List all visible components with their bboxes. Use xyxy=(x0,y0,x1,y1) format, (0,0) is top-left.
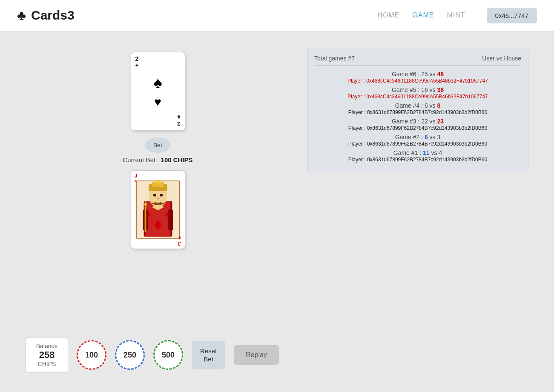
chip-100-button[interactable]: 100 xyxy=(77,340,106,370)
main-content: 2 ♠ ♠ ♥ 2 ♠ Bet Current Bet : 100 CHIPS xyxy=(0,31,554,329)
player-addr-3: Player : 0x8631d67899F62B2784B7c92d14390… xyxy=(314,125,521,131)
balance-label: Balance xyxy=(34,343,59,349)
player-addr-1: Player : 0x8631d67899F62B2784B7c92d14390… xyxy=(314,157,521,163)
app-title: Cards3 xyxy=(31,8,75,23)
svg-point-10 xyxy=(159,194,163,197)
logo-area: ♣ Cards3 xyxy=(17,8,377,23)
main-nav: HOME GAME MINT 0x46...7747 xyxy=(377,8,537,23)
nav-game[interactable]: GAME xyxy=(412,11,434,19)
jack-bottom-rank: J ♦ xyxy=(178,235,181,246)
game-score-5: Game #5 : 16 vs 38 xyxy=(314,86,521,93)
current-bet-display: Current Bet : 100 CHIPS xyxy=(123,156,192,163)
history-vs-label: User vs House xyxy=(482,55,521,62)
card-center-symbol: ♠ ♥ xyxy=(153,74,162,109)
player-addr-5: Player : 0x468cC4c34601188Ce99dA55B46b32… xyxy=(314,94,521,100)
game-score-3: Game #3 : 22 vs 23 xyxy=(314,118,521,125)
wallet-button[interactable]: 0x46...7747 xyxy=(487,8,537,23)
svg-point-11 xyxy=(157,198,159,200)
history-entry-2: Game #2 : 8 vs 3 Player : 0x8631d67899F6… xyxy=(314,134,521,147)
history-panel: Total games #7 User vs House Game #6 : 2… xyxy=(307,48,528,172)
svg-rect-17 xyxy=(144,203,146,232)
footer: Powered By : NFT STORAGE xyxy=(0,390,554,392)
card-bottom-rank: 2 ♠ xyxy=(177,114,181,127)
history-entry-3: Game #3 : 22 vs 23 Player : 0x8631d67899… xyxy=(314,118,521,131)
svg-rect-16 xyxy=(168,209,173,230)
game-area: 2 ♠ ♠ ♥ 2 ♠ Bet Current Bet : 100 CHIPS xyxy=(26,43,290,316)
history-total-games: Total games #7 xyxy=(314,55,355,62)
history-header: Total games #7 User vs House xyxy=(314,55,521,66)
svg-rect-8 xyxy=(155,180,161,183)
reset-bet-button[interactable]: Reset Bet xyxy=(192,341,225,369)
card-top-rank: 2 ♠ xyxy=(135,56,139,69)
history-entry-6: Game #6 : 25 vs 48 Player : 0x468cC4c346… xyxy=(314,71,521,84)
replay-button[interactable]: Replay xyxy=(234,345,279,365)
player-addr-6: Player : 0x468cC4c34601188Ce99dA55B46b32… xyxy=(314,78,521,84)
chip-250-button[interactable]: 250 xyxy=(115,340,145,370)
player-addr-4: Player : 0x8631d67899F62B2784B7c92d14390… xyxy=(314,109,521,115)
balance-amount: 258 xyxy=(34,349,59,361)
player-addr-2: Player : 0x8631d67899F62B2784B7c92d14390… xyxy=(314,141,521,147)
jack-face xyxy=(135,180,181,239)
bet-button[interactable]: Bet xyxy=(145,137,171,153)
game-score-4: Game #4 : 6 vs 8 xyxy=(314,102,521,109)
nav-mint[interactable]: MINT xyxy=(447,11,465,19)
top-card: 2 ♠ ♠ ♥ 2 ♠ xyxy=(131,52,185,131)
club-icon: ♣ xyxy=(17,8,26,23)
history-entry-4: Game #4 : 6 vs 8 Player : 0x8631d67899F6… xyxy=(314,102,521,115)
chip-500-button[interactable]: 500 xyxy=(153,340,183,370)
svg-point-9 xyxy=(153,194,156,197)
game-score-6: Game #6 : 25 vs 48 xyxy=(314,71,521,77)
game-score-2: Game #2 : 8 vs 3 xyxy=(314,134,521,140)
history-entry-1: Game #1 : 11 vs 4 Player : 0x8631d67899F… xyxy=(314,149,521,163)
bottom-card: J ♦ xyxy=(131,170,185,249)
nav-home[interactable]: HOME xyxy=(377,11,399,19)
bottom-controls: Balance 258 CHIPS 100 250 500 Reset Bet … xyxy=(0,329,554,381)
game-score-1: Game #1 : 11 vs 4 xyxy=(314,149,521,156)
balance-unit: CHIPS xyxy=(34,361,59,367)
balance-box: Balance 258 CHIPS xyxy=(26,337,68,373)
history-entry-5: Game #5 : 16 vs 38 Player : 0x468cC4c346… xyxy=(314,86,521,100)
